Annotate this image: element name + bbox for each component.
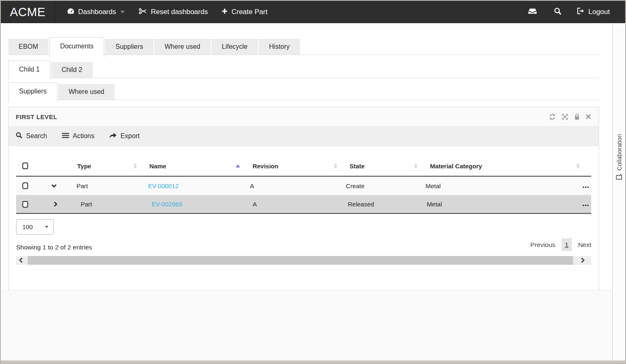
sort-icon[interactable] [414, 163, 417, 168]
tab-where-used[interactable]: Where used [154, 39, 211, 55]
nav-reset-dashboards-label: Reset dashboards [151, 8, 208, 16]
tab-child-1[interactable]: Child 1 [8, 60, 50, 81]
page-number-button[interactable]: 1 [561, 238, 572, 251]
tab-child-2[interactable]: Child 2 [51, 62, 93, 78]
row-checkbox[interactable] [22, 201, 28, 208]
page-size-value: 100 [22, 223, 33, 230]
refresh-icon[interactable] [548, 113, 556, 121]
plus-icon [222, 8, 228, 16]
inbox-button[interactable] [520, 1, 545, 23]
navbar-menu: Dashboards Reset dashboards Create Part [60, 1, 275, 23]
tabs-level3: Suppliers Where used [8, 82, 599, 100]
tab-documents[interactable]: Documents [49, 37, 104, 57]
chevron-down-icon[interactable] [51, 184, 57, 188]
column-header-name[interactable]: Name [146, 163, 249, 170]
column-header-material-category[interactable]: Material Category [427, 163, 589, 170]
cell-material-category: Metal [422, 182, 583, 189]
table-header-row: Type Name Revision [16, 156, 591, 177]
caret-down-icon [120, 11, 125, 13]
inbox-icon [528, 8, 537, 16]
tab-ebom[interactable]: EBOM [8, 39, 48, 55]
page-size-select[interactable]: 100 [16, 219, 54, 235]
column-header-type[interactable]: Type [74, 163, 146, 170]
tabs-level2: Child 1 Child 2 [8, 60, 599, 78]
tab-lifecycle[interactable]: Lifecycle [211, 39, 258, 55]
search-button[interactable] [545, 1, 570, 23]
nav-reset-dashboards[interactable]: Reset dashboards [132, 1, 215, 23]
part-name-link[interactable]: EV-002069 [151, 201, 182, 208]
cell-state: Create [343, 182, 422, 189]
cell-state: Released [345, 201, 424, 208]
export-label: Export [120, 132, 139, 140]
table-row-selected[interactable]: Part EV-002069 A Released Metal [16, 195, 591, 214]
panel-body: Type Name Revision [9, 156, 599, 290]
scissors-icon [139, 8, 147, 17]
export-button[interactable]: Export [109, 132, 139, 140]
window-bottom-scrollbar[interactable] [1, 360, 625, 363]
row-menu-ellipsis-icon[interactable] [583, 201, 589, 208]
lock-icon[interactable] [573, 113, 580, 121]
logout-button[interactable]: Logout [570, 1, 617, 23]
content-background [1, 290, 612, 360]
pagination: Previous 1 Next [530, 238, 591, 251]
close-icon[interactable] [585, 113, 592, 120]
collaboration-label: Collaboration [616, 134, 623, 170]
scroll-right-icon[interactable] [581, 257, 585, 265]
search-toolbar-button[interactable]: Search [16, 132, 47, 140]
dashboard-gauge-icon [67, 8, 74, 17]
collaboration-tab[interactable]: Collaboration [616, 134, 623, 180]
entries-summary: Showing 1 to 2 of 2 entries [16, 244, 92, 251]
panel-toolbar: Search Actions Export [9, 127, 599, 146]
cell-revision: A [247, 182, 343, 189]
column-header-state[interactable]: State [346, 163, 427, 170]
caret-down-icon [45, 226, 48, 228]
search-label: Search [26, 132, 47, 140]
maximize-icon[interactable] [561, 113, 569, 121]
tab-suppliers[interactable]: Suppliers [105, 39, 154, 55]
tabs-level1: EBOM Documents Suppliers Where used Life… [8, 37, 599, 55]
hamburger-icon [62, 132, 69, 140]
panel-header: FIRST LEVEL [9, 107, 599, 127]
sort-icon[interactable] [334, 163, 337, 168]
previous-page-button[interactable]: Previous [530, 241, 555, 249]
app-window: ACME Dashboards Reset dashboards Create [0, 0, 626, 364]
first-level-panel: FIRST LEVEL [8, 107, 599, 291]
chevron-right-icon[interactable] [54, 201, 58, 207]
parts-table: Type Name Revision [16, 156, 591, 214]
horizontal-scrollbar[interactable] [16, 256, 591, 265]
part-name-link[interactable]: EV-000012 [148, 182, 179, 189]
select-all-checkbox[interactable] [22, 163, 28, 169]
main-content: EBOM Documents Suppliers Where used Life… [1, 23, 612, 360]
next-page-button[interactable]: Next [578, 241, 591, 249]
tab-history[interactable]: History [259, 39, 300, 55]
nav-dashboards[interactable]: Dashboards [60, 1, 132, 23]
nav-create-part-label: Create Part [231, 8, 267, 16]
row-menu-ellipsis-icon[interactable] [583, 182, 589, 189]
column-header-revision[interactable]: Revision [249, 163, 346, 170]
table-row[interactable]: Part EV-000012 A Create Metal [16, 177, 591, 195]
tab-suppliers-child[interactable]: Suppliers [8, 82, 58, 103]
top-navbar: ACME Dashboards Reset dashboards Create [1, 1, 625, 23]
scrollbar-thumb[interactable] [28, 256, 573, 265]
cell-revision: A [249, 201, 345, 208]
actions-label: Actions [73, 132, 94, 140]
sort-icon[interactable] [576, 163, 580, 168]
sort-icon[interactable] [134, 163, 137, 168]
actions-button[interactable]: Actions [62, 132, 94, 140]
panel-title: FIRST LEVEL [16, 113, 57, 120]
cell-type: Part [77, 201, 148, 208]
row-checkbox[interactable] [22, 182, 28, 189]
logout-label: Logout [588, 8, 610, 16]
nav-create-part[interactable]: Create Part [215, 1, 274, 23]
sort-asc-icon[interactable] [236, 164, 240, 168]
export-arrow-icon [109, 132, 117, 140]
search-icon [16, 132, 22, 140]
comment-bubble-icon [616, 174, 623, 180]
search-icon [554, 7, 561, 17]
brand-logo[interactable]: ACME [1, 1, 55, 23]
tab-where-used-child[interactable]: Where used [58, 84, 115, 100]
cell-type: Part [73, 182, 145, 189]
navbar-right: Logout [520, 1, 625, 23]
scroll-left-icon[interactable] [19, 257, 23, 265]
nav-dashboards-label: Dashboards [78, 8, 116, 16]
